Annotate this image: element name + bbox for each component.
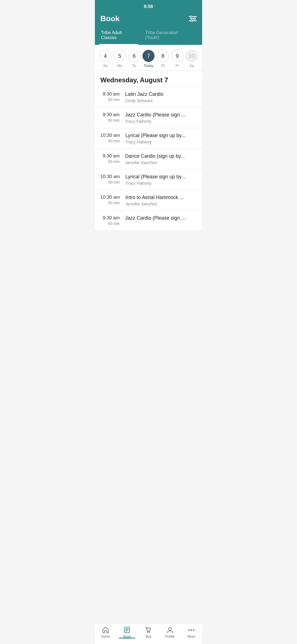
header: Book	[95, 12, 202, 28]
class-time: 9:30 am	[100, 91, 120, 97]
class-duration: 60 min	[100, 221, 120, 226]
class-duration: 60 min	[100, 118, 120, 122]
class-item[interactable]: 9:30 am 60 min Jazz Cardio (Please sign …	[95, 211, 202, 230]
classes-list: 9:30 am 60 min Latin Jazz Cardio Cindy S…	[95, 87, 202, 230]
class-instructor: Tracy Flaherty	[125, 119, 197, 124]
class-item[interactable]: 9:30 am 60 min Latin Jazz Cardio Cindy S…	[95, 87, 202, 107]
class-item[interactable]: 10:30 am 60 min Lyrical (Please sign up …	[95, 128, 202, 149]
day-number: 9	[171, 50, 183, 62]
calendar-day-6[interactable]: 6 Tu	[128, 50, 141, 68]
day-label: Tu	[132, 64, 136, 68]
class-name: Intro to Aerial Hammock ...	[125, 195, 197, 200]
status-bar: 8:56	[95, 0, 202, 12]
calendar-day-7-today[interactable]: 7 Today	[142, 50, 155, 68]
class-time: 10:30 am	[100, 174, 120, 179]
class-info: Latin Jazz Cardio Cindy Schwarz	[125, 91, 197, 103]
class-time: 9:30 am	[100, 153, 120, 159]
class-duration: 60 min	[100, 201, 120, 205]
class-time: 9:30 am	[100, 215, 120, 221]
class-info: Lyrical (Please sign up by... Tracy Flah…	[125, 133, 197, 144]
class-instructor: Jennifer Sanchez	[125, 201, 197, 206]
class-info: Jazz Cardio (Please sign ... Tracy Flahe…	[125, 112, 197, 124]
calendar-day-10[interactable]: 10 Sa	[185, 50, 198, 68]
class-time-block: 9:30 am 60 min	[100, 91, 125, 103]
day-label: Th	[161, 64, 165, 68]
class-info: Dance Cardio (sign up by... Jennifer San…	[125, 153, 197, 165]
day-label: Today	[144, 64, 153, 68]
day-label: Sa	[189, 64, 194, 68]
calendar-day-4[interactable]: 4 Su	[99, 50, 112, 68]
status-time: 8:56	[144, 4, 153, 9]
class-instructor: Tracy Flaherty	[125, 181, 197, 185]
class-time-block: 10:30 am 60 min	[100, 133, 125, 144]
page-title: Book	[100, 14, 120, 23]
class-item[interactable]: 9:30 am 60 min Jazz Cardio (Please sign …	[95, 107, 202, 128]
day-label: Fr	[175, 64, 179, 68]
class-info: Jazz Cardio (Please sign ...	[125, 215, 197, 226]
class-item[interactable]: 10:30 am 60 min Lyrical (Please sign up …	[95, 169, 202, 190]
class-duration: 60 min	[100, 97, 120, 102]
calendar-day-9[interactable]: 9 Fr	[171, 50, 184, 68]
class-time-block: 9:30 am 60 min	[100, 153, 125, 165]
day-number: 10	[186, 50, 198, 62]
class-time-block: 9:30 am 60 min	[100, 112, 125, 124]
class-info: Intro to Aerial Hammock ... Jennifer San…	[125, 195, 197, 206]
svg-point-3	[190, 16, 192, 18]
calendar-strip: 4 Su 5 Mo 6 Tu 7 Today 8 Th 9 Fr 10 Sa	[95, 45, 202, 71]
class-name: Lyrical (Please sign up by...	[125, 174, 197, 180]
calendar-day-5[interactable]: 5 Mo	[113, 50, 126, 68]
filter-button[interactable]	[189, 16, 197, 22]
tab-adult-classes[interactable]: Tribe Adult Classes	[99, 28, 138, 45]
class-duration: 60 min	[100, 139, 120, 143]
tab-youth-classes[interactable]: Tribe Generation (Youth)	[144, 28, 192, 45]
class-time-block: 9:30 am 60 min	[100, 215, 125, 226]
day-number: 4	[99, 50, 111, 62]
class-duration: 60 min	[100, 159, 120, 164]
class-name: Latin Jazz Cardio	[125, 91, 197, 97]
day-number: 6	[128, 50, 140, 62]
class-name: Lyrical (Please sign up by...	[125, 133, 197, 138]
class-time: 9:30 am	[100, 112, 120, 118]
class-time: 10:30 am	[100, 195, 120, 200]
svg-point-4	[194, 18, 196, 20]
day-number: 7	[142, 50, 155, 62]
class-instructor: Tracy Flaherty	[125, 140, 197, 144]
day-number: 5	[114, 50, 126, 62]
day-label: Su	[103, 64, 108, 68]
calendar-day-8[interactable]: 8 Th	[156, 50, 169, 68]
class-time-block: 10:30 am 60 min	[100, 195, 125, 206]
date-heading: Wednesday, August 7	[95, 71, 202, 87]
day-label: Mo	[117, 64, 122, 68]
class-item[interactable]: 10:30 am 60 min Intro to Aerial Hammock …	[95, 190, 202, 211]
class-name: Dance Cardio (sign up by...	[125, 153, 197, 159]
class-instructor: Jennifer Sanchez	[125, 160, 197, 165]
tab-bar: Tribe Adult Classes Tribe Generation (Yo…	[95, 28, 202, 45]
class-info: Lyrical (Please sign up by... Tracy Flah…	[125, 174, 197, 185]
class-time: 10:30 am	[100, 133, 120, 138]
class-name: Jazz Cardio (Please sign ...	[125, 112, 197, 118]
class-instructor: Cindy Schwarz	[125, 98, 197, 103]
day-number: 8	[157, 50, 169, 62]
class-item[interactable]: 9:30 am 60 min Dance Cardio (sign up by.…	[95, 149, 202, 169]
class-time-block: 10:30 am 60 min	[100, 174, 125, 185]
svg-point-5	[191, 20, 193, 22]
class-duration: 60 min	[100, 180, 120, 184]
class-name: Jazz Cardio (Please sign ...	[125, 215, 197, 221]
